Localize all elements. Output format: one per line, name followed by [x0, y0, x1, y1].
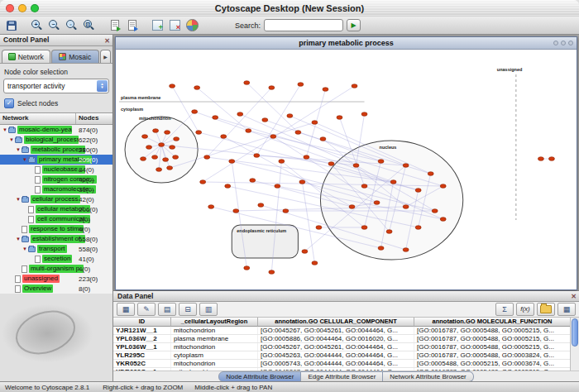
network-node[interactable]: [221, 135, 227, 139]
attribute-delete-icon[interactable]: ⊟: [179, 303, 197, 316]
network-node[interactable]: [165, 131, 170, 135]
network-node[interactable]: [269, 86, 275, 90]
tree-item[interactable]: ▼metabolic process280(0): [0, 145, 112, 155]
network-node[interactable]: [349, 205, 355, 209]
control-panel-float-icon[interactable]: ✕: [104, 36, 110, 46]
network-node[interactable]: [302, 250, 308, 254]
tree-item[interactable]: cell communicat...2(0): [0, 214, 112, 224]
network-node[interactable]: [170, 146, 175, 150]
tree-item[interactable]: ▼biological_process622(0): [0, 135, 112, 145]
tree-item[interactable]: secretion41(0): [0, 254, 112, 264]
network-node[interactable]: [269, 270, 275, 275]
network-node[interactable]: [275, 184, 280, 189]
network-node[interactable]: [156, 168, 162, 172]
column-header[interactable]: annotation.GO MOLECULAR_FUNCTION: [414, 318, 571, 327]
network-node[interactable]: [378, 160, 384, 164]
network-node[interactable]: [403, 248, 409, 252]
network-node[interactable]: [163, 158, 169, 162]
network-node[interactable]: [174, 137, 179, 141]
network-canvas[interactable]: plasma membranecytoplasmmitochondrionnuc…: [116, 50, 577, 289]
tree-item[interactable]: nitrogen compo...40(0): [0, 174, 112, 184]
network-node[interactable]: [440, 218, 446, 222]
zoom-fit-icon[interactable]: ⊡: [81, 18, 97, 33]
column-header[interactable]: ID: [113, 318, 171, 327]
tree-item[interactable]: ▼cellular process42(0): [0, 194, 112, 204]
data-panel-float-icon[interactable]: ✕: [571, 292, 577, 302]
tree-item[interactable]: ▼establishment of...558(0): [0, 234, 112, 244]
import-network-icon[interactable]: [107, 18, 122, 33]
search-go-button[interactable]: ▶: [347, 19, 361, 31]
tree-item[interactable]: unassigned223(0): [0, 274, 112, 284]
network-node[interactable]: [283, 209, 289, 213]
network-node[interactable]: [237, 112, 243, 117]
tree-item[interactable]: cellular metabol...206(0): [0, 204, 112, 214]
expand-arrow-icon[interactable]: ▼: [22, 157, 28, 162]
network-node[interactable]: [142, 135, 148, 139]
network-node[interactable]: [200, 180, 206, 184]
create-network-view-icon[interactable]: +: [150, 18, 165, 33]
network-node[interactable]: [196, 131, 202, 135]
import-attribute-file-icon[interactable]: [537, 303, 555, 316]
network-node[interactable]: [320, 137, 326, 141]
network-node[interactable]: [250, 179, 256, 183]
network-node[interactable]: [403, 164, 409, 168]
network-node[interactable]: [233, 209, 239, 213]
formula-builder-icon[interactable]: f(x): [516, 303, 534, 316]
network-node[interactable]: [312, 121, 318, 125]
network-node[interactable]: [141, 157, 146, 161]
network-node[interactable]: [548, 157, 554, 161]
select-nodes-checkbox[interactable]: ✓: [4, 98, 14, 108]
table-row[interactable]: YLR295Ccytoplasm[GO:0045263, GO:0044444,…: [113, 351, 579, 360]
zoom-in-icon[interactable]: +: [29, 18, 45, 33]
frame-minimize-button[interactable]: [553, 41, 558, 45]
search-input[interactable]: [264, 19, 343, 31]
expand-arrow-icon[interactable]: ▼: [15, 237, 22, 241]
network-view-titlebar[interactable]: primary metabolic process: [116, 37, 577, 50]
attribute-store-icon[interactable]: ▥: [199, 303, 218, 316]
network-node[interactable]: [146, 146, 152, 150]
network-node[interactable]: [415, 226, 421, 230]
network-node[interactable]: [246, 129, 251, 133]
network-node[interactable]: [170, 84, 175, 88]
frame-maximize-button[interactable]: [561, 41, 566, 45]
tab-overflow-button[interactable]: ▶: [100, 50, 111, 63]
tab-network[interactable]: Network: [2, 50, 50, 63]
column-header[interactable]: annotation.GO CELLULAR_COMPONENT: [258, 318, 414, 327]
tree-item[interactable]: ▼mosaic-demo-yeast874(0): [0, 125, 112, 135]
network-node[interactable]: [194, 86, 200, 90]
network-node[interactable]: [298, 83, 304, 87]
network-node[interactable]: [361, 184, 367, 189]
network-node[interactable]: [353, 164, 359, 168]
network-node[interactable]: [244, 81, 250, 85]
network-node[interactable]: [304, 155, 309, 160]
network-node[interactable]: [440, 184, 446, 189]
tree-column-nodes[interactable]: Nodes: [76, 113, 112, 124]
zoom-selected-icon[interactable]: ▫: [64, 18, 79, 33]
expand-arrow-icon[interactable]: ▼: [22, 246, 28, 251]
network-node[interactable]: [361, 226, 367, 230]
network-node[interactable]: [204, 155, 210, 160]
network-node[interactable]: [258, 203, 264, 208]
network-node[interactable]: [153, 129, 159, 133]
network-node[interactable]: [213, 116, 218, 120]
network-node[interactable]: [173, 155, 179, 160]
attribute-copy-icon[interactable]: ▤: [158, 303, 176, 316]
network-node[interactable]: [279, 160, 285, 164]
attribute-matrix-icon[interactable]: ▦: [557, 303, 576, 316]
network-node[interactable]: [316, 226, 322, 230]
tree-item[interactable]: macromolecule...31(0): [0, 184, 112, 194]
column-header[interactable]: _cellularLayoutRegion: [171, 318, 258, 327]
save-session-icon[interactable]: [3, 18, 19, 33]
network-node[interactable]: [361, 112, 367, 117]
network-node[interactable]: [254, 154, 260, 158]
network-node[interactable]: [337, 116, 342, 120]
table-row[interactable]: YPL036W__2plasma membrane[GO:0005886, GO…: [113, 335, 579, 343]
import-attributes-icon[interactable]: [124, 18, 140, 33]
network-node[interactable]: [386, 230, 392, 234]
attribute-select-icon[interactable]: ▦: [117, 303, 135, 316]
table-row[interactable]: YDR039C__1mitochondrion[GO:0045267, GO:0…: [113, 368, 579, 370]
table-row[interactable]: YKR052Cmitochondrion[GO:0005743, GO:0044…: [113, 360, 579, 368]
network-node[interactable]: [403, 205, 409, 209]
network-node[interactable]: [262, 118, 268, 122]
network-node[interactable]: [432, 209, 438, 213]
